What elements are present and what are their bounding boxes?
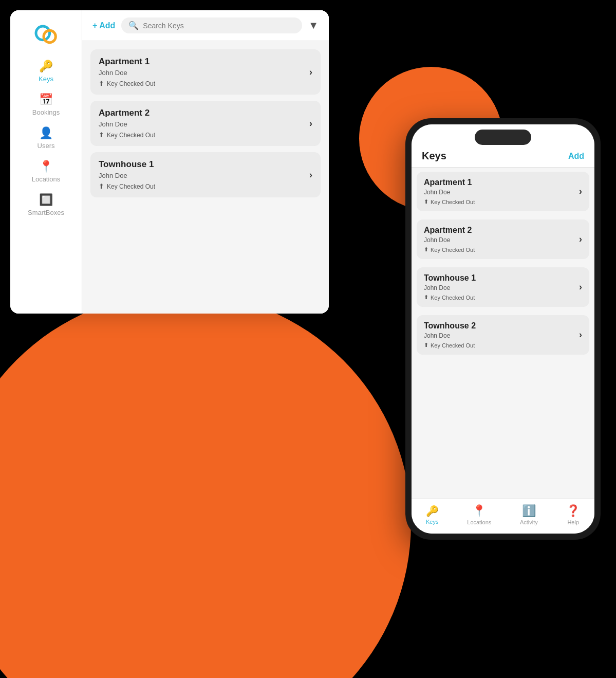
phone-key-name-2: John Doe	[424, 284, 476, 291]
sidebar-item-smartboxes[interactable]: 🔲 SmartBoxes	[10, 188, 82, 222]
desktop-key-title-0: Apartment 1	[99, 57, 155, 67]
search-wrapper: 🔍	[121, 17, 302, 33]
phone-key-chevron-0: ›	[579, 186, 582, 197]
main-content: + Add 🔍 ▼ Apartment 1 John Doe ⬆ Key Che…	[82, 10, 329, 314]
checkout-icon-1: ⬆	[99, 131, 104, 139]
desktop-key-chevron-1: ›	[309, 118, 312, 129]
phone-key-name-0: John Doe	[424, 189, 475, 196]
sidebar-item-keys-label: Keys	[39, 75, 53, 83]
sidebar: 🔑 Keys 📅 Bookings 👤 Users 📍 Locations 🔲 …	[10, 10, 82, 314]
desktop-keys-list: Apartment 1 John Doe ⬆ Key Checked Out ›…	[82, 41, 329, 206]
phone-key-status-text-0: Key Checked Out	[431, 199, 475, 205]
desktop-key-name-1: John Doe	[99, 120, 155, 128]
checkout-icon-2: ⬆	[99, 182, 104, 190]
phone-nav-activity[interactable]: ℹ️ Activity	[520, 504, 538, 525]
phone-nav-activity-label: Activity	[520, 519, 538, 525]
phone-nav-locations-label: Locations	[467, 519, 491, 525]
desktop-key-card-1[interactable]: Apartment 2 John Doe ⬆ Key Checked Out ›	[90, 101, 321, 146]
sidebar-item-users-label: Users	[38, 142, 55, 150]
desktop-key-status-2: ⬆ Key Checked Out	[99, 182, 155, 190]
phone-checkout-icon-2: ⬆	[424, 294, 428, 301]
phone-key-chevron-1: ›	[579, 234, 582, 245]
orange-circle-decoration	[0, 292, 411, 678]
phone-checkout-icon-1: ⬆	[424, 246, 428, 253]
desktop-key-status-text-2: Key Checked Out	[107, 183, 155, 190]
phone-title: Keys	[422, 150, 446, 162]
phone-nav-help-icon: ❓	[566, 504, 580, 518]
phone-key-info-0: Apartment 1 John Doe ⬆ Key Checked Out	[424, 178, 475, 205]
desktop-key-title-1: Apartment 2	[99, 108, 155, 118]
add-button[interactable]: + Add	[92, 21, 115, 30]
desktop-key-status-text-1: Key Checked Out	[107, 132, 155, 139]
phone-key-info-1: Apartment 2 John Doe ⬆ Key Checked Out	[424, 226, 475, 253]
phone-notch	[475, 130, 531, 145]
phone-add-button[interactable]: Add	[568, 152, 584, 161]
desktop-panel: 🔑 Keys 📅 Bookings 👤 Users 📍 Locations 🔲 …	[10, 10, 329, 314]
phone-key-title-2: Townhouse 1	[424, 273, 476, 283]
search-input[interactable]	[143, 22, 295, 30]
app-logo	[31, 19, 62, 49]
phone-key-name-1: John Doe	[424, 236, 475, 244]
phone-key-card-0[interactable]: Apartment 1 John Doe ⬆ Key Checked Out ›	[417, 172, 589, 211]
phone-key-chevron-2: ›	[579, 282, 582, 292]
checkout-icon-0: ⬆	[99, 80, 104, 87]
sidebar-item-locations-label: Locations	[32, 175, 61, 183]
phone-key-status-3: ⬆ Key Checked Out	[424, 342, 476, 349]
sidebar-item-bookings-label: Bookings	[32, 108, 60, 116]
desktop-key-card-0[interactable]: Apartment 1 John Doe ⬆ Key Checked Out ›	[90, 49, 321, 95]
phone-key-status-2: ⬆ Key Checked Out	[424, 294, 476, 301]
sidebar-item-bookings[interactable]: 📅 Bookings	[10, 88, 82, 121]
desktop-key-name-2: John Doe	[99, 172, 155, 179]
phone-nav-help-label: Help	[567, 519, 579, 525]
sidebar-item-keys[interactable]: 🔑 Keys	[10, 54, 82, 88]
sidebar-item-users[interactable]: 👤 Users	[10, 121, 82, 155]
sidebar-item-smartboxes-label: SmartBoxes	[28, 209, 64, 216]
phone-nav-keys[interactable]: 🔑 Keys	[426, 505, 439, 525]
desktop-key-card-2[interactable]: Townhouse 1 John Doe ⬆ Key Checked Out ›	[90, 152, 321, 197]
desktop-key-status-1: ⬆ Key Checked Out	[99, 131, 155, 139]
users-icon: 👤	[39, 126, 53, 140]
toolbar: + Add 🔍 ▼	[82, 10, 329, 41]
smartboxes-icon: 🔲	[39, 193, 53, 207]
phone-checkout-icon-3: ⬆	[424, 342, 428, 349]
phone-key-status-text-3: Key Checked Out	[431, 342, 475, 349]
phone-key-chevron-3: ›	[579, 329, 582, 340]
phone-key-title-3: Townhouse 2	[424, 321, 476, 331]
phone-key-card-1[interactable]: Apartment 2 John Doe ⬆ Key Checked Out ›	[417, 219, 589, 259]
desktop-key-status-0: ⬆ Key Checked Out	[99, 80, 155, 87]
phone-key-title-1: Apartment 2	[424, 226, 475, 235]
bookings-icon: 📅	[39, 93, 53, 106]
phone-header: Keys Add	[412, 148, 594, 168]
phone-nav-activity-icon: ℹ️	[522, 504, 536, 518]
search-icon: 🔍	[128, 21, 139, 30]
phone-key-card-3[interactable]: Townhouse 2 John Doe ⬆ Key Checked Out ›	[417, 315, 589, 355]
phone-mockup: Keys Add Apartment 1 John Doe ⬆ Key Chec…	[405, 118, 601, 540]
phone-nav-keys-icon: 🔑	[426, 505, 439, 517]
filter-icon[interactable]: ▼	[308, 20, 319, 31]
phone-keys-list: Apartment 1 John Doe ⬆ Key Checked Out ›…	[412, 168, 594, 499]
phone-key-info-3: Townhouse 2 John Doe ⬆ Key Checked Out	[424, 321, 476, 349]
desktop-key-chevron-0: ›	[309, 67, 312, 78]
phone-inner: Keys Add Apartment 1 John Doe ⬆ Key Chec…	[412, 124, 594, 534]
desktop-key-name-0: John Doe	[99, 69, 155, 77]
phone-key-card-2[interactable]: Townhouse 1 John Doe ⬆ Key Checked Out ›	[417, 267, 589, 307]
phone-nav: 🔑 Keys 📍 Locations ℹ️ Activity ❓ Help	[412, 499, 594, 534]
desktop-key-chevron-2: ›	[309, 170, 312, 180]
phone-key-name-3: John Doe	[424, 332, 476, 339]
phone-nav-locations[interactable]: 📍 Locations	[467, 504, 491, 525]
phone-key-status-0: ⬆ Key Checked Out	[424, 198, 475, 205]
phone-key-info-2: Townhouse 1 John Doe ⬆ Key Checked Out	[424, 273, 476, 301]
phone-notch-bar	[412, 124, 594, 148]
sidebar-item-locations[interactable]: 📍 Locations	[10, 155, 82, 188]
phone-key-status-text-1: Key Checked Out	[431, 247, 475, 253]
phone-key-title-0: Apartment 1	[424, 178, 475, 187]
desktop-key-title-2: Townhouse 1	[99, 159, 155, 170]
desktop-key-status-text-0: Key Checked Out	[107, 80, 155, 87]
phone-nav-keys-label: Keys	[426, 519, 438, 525]
phone-checkout-icon-0: ⬆	[424, 198, 428, 205]
phone-key-status-1: ⬆ Key Checked Out	[424, 246, 475, 253]
phone-key-status-text-2: Key Checked Out	[431, 295, 475, 301]
phone-nav-help[interactable]: ❓ Help	[566, 504, 580, 525]
locations-icon: 📍	[39, 160, 53, 173]
keys-icon: 🔑	[39, 60, 53, 73]
